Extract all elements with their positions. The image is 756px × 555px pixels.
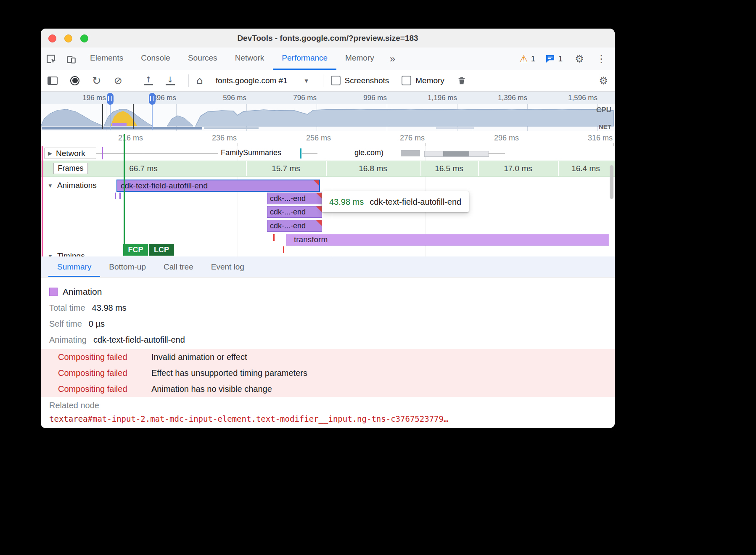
overview-time-label: 396 ms: [138, 94, 176, 102]
vertical-scrollbar[interactable]: [610, 165, 613, 199]
network-request-bar[interactable]: [424, 151, 489, 157]
network-marker-tick: [300, 148, 301, 159]
ruler-tick: [332, 143, 332, 146]
tab-bottom-up[interactable]: Bottom-up: [100, 256, 155, 277]
memory-checkbox[interactable]: [402, 76, 411, 85]
devtools-window: DevTools - fonts.google.com/?preview.siz…: [41, 29, 615, 428]
animation-bar[interactable]: cdk-...-end: [267, 193, 322, 204]
fcp-marker-line: [124, 134, 125, 255]
warning-message: Animation has no visible change: [151, 384, 272, 394]
more-tabs-button[interactable]: »: [383, 48, 402, 70]
related-node-label: Related node: [49, 401, 99, 410]
network-request-name[interactable]: FamilySummaries: [221, 148, 281, 157]
expanded-chevron-icon[interactable]: ▼: [48, 182, 53, 189]
compositing-failed-corner-icon: [316, 193, 322, 198]
toggle-sidebar-icon[interactable]: [48, 77, 58, 85]
capture-settings-gear-icon[interactable]: ⚙: [599, 75, 608, 87]
issues-badge[interactable]: 1: [542, 54, 566, 63]
device-toolbar-icon[interactable]: [61, 48, 81, 70]
node-tag: textarea: [49, 414, 88, 423]
inspect-element-icon[interactable]: [41, 48, 61, 70]
collect-garbage-icon[interactable]: [457, 76, 466, 86]
trace-marker-line: [133, 104, 134, 129]
collapsed-chevron-icon[interactable]: ▶: [48, 150, 52, 156]
tab-memory[interactable]: Memory: [336, 48, 383, 70]
overview-time-label: 996 ms: [349, 94, 387, 102]
warning-label: Compositing failed: [58, 384, 151, 394]
tab-summary[interactable]: Summary: [48, 256, 100, 277]
record-button[interactable]: [70, 76, 79, 85]
save-profile-icon[interactable]: ↓: [166, 76, 175, 85]
timings-track-header[interactable]: ▼ Timings: [48, 251, 85, 257]
minimize-button[interactable]: [64, 34, 72, 42]
overview-time-label: 596 ms: [209, 94, 246, 102]
more-options-icon[interactable]: ⋮: [593, 53, 610, 65]
warnings-badge[interactable]: ⚠ 1: [516, 53, 539, 64]
tab-event-log[interactable]: Event log: [202, 256, 253, 277]
tab-performance[interactable]: Performance: [273, 48, 336, 70]
frames-track-header[interactable]: Frames: [53, 163, 88, 174]
tab-console[interactable]: Console: [132, 48, 179, 70]
frame-separator: [420, 161, 421, 176]
screenshots-toggle[interactable]: Screenshots: [331, 76, 389, 85]
reload-and-record-icon[interactable]: ↻: [92, 74, 101, 87]
related-node-link[interactable]: textarea#mat-input-2.mat-mdc-input-eleme…: [49, 414, 615, 423]
warning-label: Compositing failed: [58, 352, 151, 362]
toolbar-divider: [136, 74, 136, 87]
selection-right-handle[interactable]: [149, 93, 156, 105]
screenshots-checkbox[interactable]: [331, 76, 341, 85]
animation-bar-label: cdk-text-field-autofill-end: [121, 181, 208, 190]
transform-animation-bar[interactable]: transform: [286, 234, 609, 246]
issues-icon: [545, 54, 555, 63]
close-button[interactable]: [48, 34, 56, 42]
toolbar-divider: [323, 74, 323, 87]
memory-toggle[interactable]: Memory: [402, 76, 444, 85]
network-request-bar[interactable]: [401, 150, 420, 156]
total-time-row: Total time 43.98 ms: [49, 303, 615, 313]
warning-label: Compositing failed: [58, 368, 151, 378]
devtools-tabbar: Elements Console Sources Network Perform…: [41, 48, 615, 70]
issue-count: 1: [558, 54, 563, 63]
expanded-chevron-icon[interactable]: ▼: [48, 253, 53, 257]
lcp-badge[interactable]: LCP: [149, 244, 174, 256]
tab-network[interactable]: Network: [226, 48, 273, 70]
frames-track[interactable]: 66.7 ms 15.7 ms 16.8 ms 16.5 ms 17.0 ms …: [41, 161, 615, 177]
tab-elements[interactable]: Elements: [81, 48, 132, 70]
network-track-label: Network: [56, 149, 85, 158]
frame-duration: 16.8 ms: [354, 164, 392, 173]
timeline-overview[interactable]: 196 ms 396 ms 596 ms 796 ms 996 ms 1,196…: [41, 92, 615, 132]
settings-gear-icon[interactable]: ⚙: [569, 53, 589, 65]
fcp-badge[interactable]: FCP: [123, 244, 148, 256]
ruler-tick: [144, 143, 144, 146]
tab-call-tree[interactable]: Call tree: [155, 256, 202, 277]
clear-recording-icon[interactable]: ⊘: [114, 75, 122, 87]
overview-time-label: 1,196 ms: [419, 94, 457, 102]
animation-bar[interactable]: cdk-...-end: [267, 220, 322, 232]
ruler-label: 256 ms: [293, 134, 331, 143]
network-track-header[interactable]: ▶ Network: [44, 148, 96, 159]
selection-left-handle[interactable]: [107, 93, 114, 105]
load-profile-icon[interactable]: ↑: [144, 76, 153, 85]
network-request-name[interactable]: gle.com): [354, 148, 383, 157]
animation-bar-selected[interactable]: cdk-text-field-autofill-end: [116, 180, 320, 192]
animation-bar[interactable]: cdk-...-end: [267, 206, 322, 218]
session-select[interactable]: fonts.google.com #1 ▼: [216, 76, 309, 85]
frame-duration: 15.7 ms: [267, 164, 305, 173]
animations-track-header[interactable]: ▼ Animations: [48, 181, 97, 190]
zoom-button[interactable]: [80, 34, 88, 42]
ruler-label: 236 ms: [199, 134, 237, 143]
animation-color-swatch: [49, 288, 58, 296]
net-label: NET: [599, 123, 611, 130]
cpu-label: CPU: [596, 106, 611, 114]
tabbar-right-cluster: ⚠ 1 1 ⚙ ⋮: [516, 48, 615, 70]
screenshots-label: Screenshots: [345, 76, 389, 85]
home-icon[interactable]: ⌂: [196, 74, 203, 87]
tooltip-name: cdk-text-field-autofill-end: [370, 197, 461, 207]
timeline-tracks: ▶ Network FamilySummaries gle.com) 66.7 …: [41, 146, 615, 257]
ruler-label: 296 ms: [481, 134, 519, 143]
frame-separator: [246, 161, 247, 176]
total-time-value: 43.98 ms: [92, 303, 127, 313]
tab-sources[interactable]: Sources: [179, 48, 226, 70]
timeline-ruler: 216 ms 236 ms 256 ms 276 ms 296 ms 316 m…: [41, 131, 615, 147]
network-marker-tick: [102, 147, 103, 159]
